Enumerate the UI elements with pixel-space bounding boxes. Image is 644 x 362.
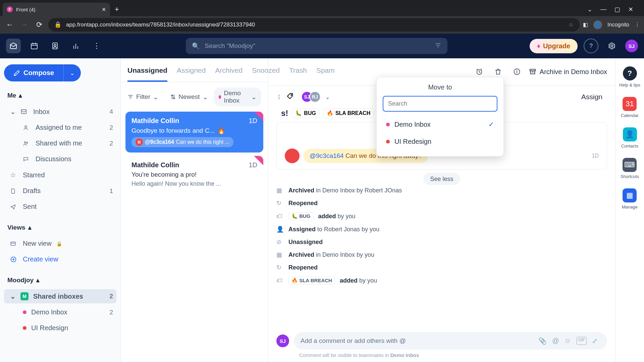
sidebar-item-discussions[interactable]: Discussions — [4, 152, 116, 166]
sidebar-item-drafts[interactable]: Drafts 1 — [4, 184, 116, 198]
conversation-item[interactable]: Mathilde Collin 1D You're becoming a pro… — [125, 156, 263, 193]
nav-contacts-icon[interactable] — [48, 39, 62, 53]
chevron-down-icon: ⌄ — [251, 93, 257, 101]
rail-help[interactable]: ?Help & tips — [619, 66, 640, 87]
mention-icon[interactable]: @ — [552, 337, 559, 345]
sidebar-item-new-view[interactable]: New view 🔒 — [4, 237, 116, 250]
assignee-avatar[interactable]: RJ — [309, 91, 321, 103]
sort-button[interactable]: ⇅ Newest ⌄ — [170, 93, 208, 101]
incognito-label: Incognito — [607, 22, 629, 28]
moveto-search-input[interactable] — [383, 96, 497, 112]
check-icon: ✓ — [488, 120, 494, 128]
sidebar-item-sent[interactable]: Sent — [4, 200, 116, 214]
svg-point-15 — [24, 141, 26, 143]
users-icon — [23, 140, 31, 146]
tag-icon: 🏷 — [276, 277, 284, 284]
section-me[interactable]: Me▴ — [4, 88, 116, 103]
search-input[interactable]: 🔍 Search "Moodjoy" — [186, 38, 447, 54]
right-rail: ?Help & tips 31Calendar 👤Contacts ⌨Short… — [615, 58, 644, 362]
chevron-down-icon[interactable]: ⌄ — [325, 94, 330, 100]
settings-icon[interactable] — [604, 39, 619, 53]
moveto-option-demo-inbox[interactable]: Demo Inbox ✓ — [383, 116, 497, 133]
help-icon[interactable]: ? — [584, 39, 598, 53]
nav-inbox-icon[interactable] — [6, 39, 21, 53]
assign-button[interactable]: Assign — [577, 91, 607, 103]
tab-archived[interactable]: Archived — [215, 66, 243, 82]
close-window-icon[interactable]: ✕ — [628, 6, 633, 13]
bookmark-icon[interactable]: ☆ — [569, 21, 574, 28]
rail-shortcuts[interactable]: ⌨Shortcuts — [621, 158, 639, 179]
filter-button[interactable]: Filter ⌄ — [127, 93, 158, 101]
comment-input[interactable]: Add a comment or add others with @ 📎 @ ☺… — [294, 332, 607, 350]
maximize-icon[interactable]: ▢ — [614, 6, 620, 13]
kebab-icon[interactable]: ⋮ — [635, 21, 640, 28]
composer-avatar: SJ — [276, 335, 289, 347]
archive-in-button[interactable]: Archive in Demo Inbox — [529, 68, 607, 76]
snooze-icon[interactable] — [473, 65, 486, 78]
sidebar-item-demo-inbox[interactable]: Demo Inbox 2 — [4, 305, 116, 319]
rail-calendar[interactable]: 31Calendar — [621, 97, 639, 118]
inbox-selector[interactable]: Demo Inbox ⌄ — [214, 87, 261, 106]
dot-icon — [386, 123, 390, 126]
close-tab-icon[interactable]: ✕ — [102, 6, 106, 13]
moveto-option-ui-redesign[interactable]: UI Redesign — [383, 133, 497, 150]
rail-contacts[interactable]: 👤Contacts — [621, 127, 638, 148]
tag-sla[interactable]: 🔥 SLA BREACH — [323, 108, 374, 118]
sidebar-item-shared-with-me[interactable]: Shared with me 2 — [4, 136, 116, 150]
tab-assigned[interactable]: Assigned — [177, 66, 206, 82]
nav-calendar-icon[interactable] — [27, 39, 42, 53]
gif-icon[interactable]: GIF — [577, 337, 587, 345]
minimize-icon[interactable]: ― — [600, 6, 606, 13]
activity-row: 🏷🐛 BUG added by you — [276, 212, 607, 220]
url-bar[interactable]: 🔒 app.frontapp.com/inboxes/teams/7858132… — [48, 18, 580, 32]
attach-icon[interactable]: 📎 — [538, 337, 547, 345]
forward-button[interactable]: → — [19, 19, 30, 31]
conversation-item[interactable]: Mathilde Collin 1D Goodbye to forwards a… — [125, 112, 263, 153]
expand-icon[interactable]: ⤢ — [592, 337, 598, 345]
sort-icon: ⇅ — [170, 93, 176, 101]
comment-age: 1D — [592, 153, 599, 159]
reload-button[interactable]: ⟳ — [34, 19, 45, 31]
nav-more-icon[interactable]: ⋮ — [89, 39, 104, 53]
dot-icon — [219, 95, 221, 99]
new-tab-button[interactable]: + — [111, 5, 122, 14]
svg-rect-13 — [21, 110, 26, 114]
sidebar-item-inbox[interactable]: ⌄ Inbox 4 — [4, 105, 116, 119]
lock-icon: 🔒 — [56, 241, 62, 246]
sidebar-item-ui-redesign[interactable]: UI Redesign — [4, 321, 116, 335]
tab-unassigned[interactable]: Unassigned — [127, 66, 167, 82]
chevron-down-icon: ⌄ — [153, 93, 158, 101]
tag-icon: 🏷 — [276, 213, 284, 220]
tag-bug[interactable]: 🐛 BUG — [291, 108, 320, 118]
emoji-icon[interactable]: ☺ — [565, 337, 571, 345]
filter-icon[interactable] — [435, 42, 441, 50]
sidebar-item-create-view[interactable]: Create view — [4, 252, 116, 266]
back-button[interactable]: ← — [4, 19, 15, 31]
nav-analytics-icon[interactable] — [68, 39, 83, 53]
chevron-down-icon[interactable]: ⌄ — [587, 6, 592, 13]
compose-button[interactable]: Compose — [4, 64, 63, 81]
sidebar-item-assigned-to-me[interactable]: Assigned to me 2 — [4, 121, 116, 134]
rail-manage[interactable]: ▦Manage — [622, 188, 638, 209]
dot-icon — [23, 326, 26, 330]
snippet: Hello again! Now you know the ... — [131, 180, 257, 187]
trash-icon[interactable] — [491, 65, 505, 78]
section-moodjoy[interactable]: Moodjoy▴ — [4, 273, 116, 287]
team-badge: M — [20, 292, 29, 300]
star-icon: ☆ — [10, 171, 18, 179]
upgrade-button[interactable]: ♦ Upgrade — [530, 39, 578, 53]
sidebar-item-shared-inboxes[interactable]: ⌄ M Shared inboxes 2 — [4, 289, 116, 303]
browser-tab[interactable]: F Front (4) ✕ — [3, 3, 110, 16]
section-views[interactable]: Views▴ — [4, 220, 116, 235]
svg-point-5 — [54, 44, 56, 46]
tag-icon[interactable] — [286, 93, 294, 101]
activity-row: 🏷🔥 SLA BREACH added by you — [276, 277, 607, 285]
extensions-icon[interactable]: ◧ — [583, 21, 588, 28]
compose-dropdown[interactable]: ⌄ — [63, 64, 81, 81]
spam-icon[interactable] — [510, 65, 524, 78]
sidebar-item-starred[interactable]: ☆ Starred — [4, 168, 116, 182]
archive-icon: ▦ — [276, 251, 284, 258]
lock-icon: 🔒 — [54, 21, 61, 28]
more-icon[interactable]: ⋮ — [276, 94, 282, 100]
user-avatar[interactable]: SJ — [625, 40, 638, 52]
